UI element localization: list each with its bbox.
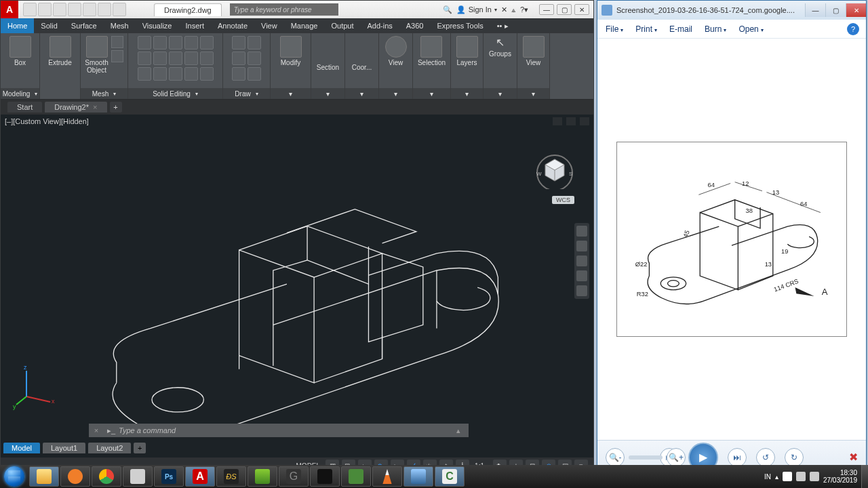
ribbon-tab-insert[interactable]: Insert (178, 18, 211, 33)
signin-button[interactable]: 👤 Sign In ▾ (456, 5, 497, 14)
qat-save-icon[interactable] (53, 3, 66, 16)
ribbon-tab-addins[interactable]: Add-ins (360, 18, 399, 33)
selection-footer[interactable]: ▾ (413, 88, 450, 99)
zoom-in-button[interactable]: 🔍+ (667, 448, 686, 467)
se-tool-icon[interactable] (200, 67, 214, 81)
tray-volume-icon[interactable] (810, 472, 819, 481)
ribbon-tab-visualize[interactable]: Visualize (136, 18, 179, 33)
se-tool-icon[interactable] (153, 67, 167, 81)
taskbar-photoshop[interactable]: Ps (154, 466, 184, 487)
qat-saveas-icon[interactable] (68, 3, 81, 16)
qat-new-icon[interactable] (23, 3, 37, 16)
viewer-menu-email[interactable]: E-mail (669, 24, 692, 34)
ribbon-tab-annotate[interactable]: Annotate (211, 18, 254, 33)
se-tool-icon[interactable] (169, 36, 182, 49)
draw-tool-icon[interactable] (232, 36, 245, 49)
maximize-button[interactable]: ▢ (557, 4, 572, 15)
next-image-button[interactable]: ⏭ (728, 448, 747, 467)
extrude-button[interactable]: Extrude (48, 36, 71, 66)
start-button[interactable] (0, 465, 28, 488)
ribbon-tab-manage[interactable]: Manage (284, 18, 325, 33)
minimize-button[interactable]: — (539, 4, 554, 15)
a360-icon[interactable]: ⟁ (511, 5, 516, 14)
rotate-cw-button[interactable]: ↻ (785, 448, 804, 467)
viewer-menu-open[interactable]: Open (738, 24, 763, 34)
ribbon-tab-a360[interactable]: A360 (399, 18, 431, 33)
viewer-close-button[interactable]: ✕ (846, 3, 866, 17)
panel-modify-footer[interactable]: ▾ (271, 88, 311, 99)
tray-lang[interactable]: IN (764, 473, 771, 481)
panel-modeling-label[interactable]: Modeling (1, 88, 39, 99)
viewer-maximize-button[interactable]: ▢ (825, 3, 846, 17)
draw-tool-icon[interactable] (232, 67, 245, 81)
viewport[interactable]: [–][Custom View][Hidden] (1, 115, 593, 458)
ribbon-tab-surface[interactable]: Surface (64, 18, 104, 33)
taskbar-explorer[interactable] (29, 466, 59, 487)
viewer-menu-burn[interactable]: Burn (705, 24, 726, 34)
taskbar-photoviewer[interactable] (403, 466, 433, 487)
cmd-close-icon[interactable]: × (89, 426, 104, 434)
tray-show-hidden-icon[interactable]: ▴ (775, 473, 778, 481)
se-tool-icon[interactable] (184, 52, 198, 65)
modify-gizmo-button[interactable]: Modify (280, 36, 302, 66)
wcs-label[interactable]: WCS (552, 196, 574, 204)
delete-button[interactable]: ✖ (849, 451, 858, 464)
draw-tool-icon[interactable] (232, 52, 245, 65)
taskbar-autocad[interactable]: A (185, 466, 215, 487)
ribbon-tab-home[interactable]: Home (1, 18, 34, 33)
rotate-ccw-button[interactable]: ↺ (756, 448, 775, 467)
layers-footer[interactable]: ▾ (451, 88, 483, 99)
nav-zoom-icon[interactable] (576, 256, 587, 266)
layout-tab-layout2[interactable]: Layout2 (88, 443, 131, 453)
file-tab-drawing[interactable]: Drawing2* × (45, 102, 106, 113)
groups-footer[interactable]: ▾ (484, 88, 517, 99)
se-tool-icon[interactable] (153, 36, 167, 49)
se-tool-icon[interactable] (153, 52, 167, 65)
panel-solidediting-label[interactable]: Solid Editing (128, 88, 222, 99)
view2-footer[interactable]: ▾ (517, 88, 549, 99)
nav-orbit-icon[interactable] (576, 270, 587, 281)
ribbon-tab-output[interactable]: Output (324, 18, 360, 33)
selection-button[interactable]: Selection (418, 36, 446, 66)
view-footer[interactable]: ▾ (379, 88, 412, 99)
layers-button[interactable]: Layers (456, 36, 478, 66)
taskbar-app1[interactable] (123, 466, 153, 487)
view-button[interactable]: View (385, 36, 407, 66)
viewer-menu-print[interactable]: Print (635, 24, 657, 34)
taskbar-app3[interactable]: G (279, 466, 309, 487)
taskbar-app4[interactable] (310, 466, 340, 487)
tab-close-icon[interactable]: × (93, 103, 97, 111)
se-tool-icon[interactable] (169, 52, 182, 65)
zoom-slider[interactable] (629, 455, 663, 460)
view2-button[interactable]: View (523, 36, 545, 66)
draw-tool-icon[interactable] (248, 52, 261, 65)
box-button[interactable]: Box (9, 36, 31, 66)
mesh-tool-icon[interactable] (111, 36, 123, 48)
file-tab-start[interactable]: Start (7, 102, 42, 113)
nav-showmotion-icon[interactable] (576, 285, 587, 296)
ribbon-tab-view[interactable]: View (254, 18, 284, 33)
se-tool-icon[interactable] (200, 52, 214, 65)
se-tool-icon[interactable] (184, 36, 198, 49)
ribbon-tab-solid[interactable]: Solid (34, 18, 64, 33)
show-desktop-button[interactable] (861, 465, 868, 488)
viewer-image-area[interactable]: 64 12 13 64 38 45 19 13 114 CRS Ø22 R32 … (597, 39, 866, 440)
help-search-input[interactable]: Type a keyword or phrase (230, 3, 338, 16)
se-tool-icon[interactable] (184, 67, 198, 81)
viewer-menu-file[interactable]: File (606, 24, 623, 34)
search-icon[interactable]: 🔍 (443, 5, 452, 14)
layout-tab-model[interactable]: Model (3, 443, 40, 453)
layout-tab-layout1[interactable]: Layout1 (43, 443, 85, 453)
se-tool-icon[interactable] (138, 36, 151, 49)
groups-button[interactable]: ↖Groups (489, 36, 511, 58)
cmd-history-icon[interactable]: ▴ (456, 426, 469, 435)
viewer-minimize-button[interactable]: — (805, 3, 825, 17)
panel-section-footer[interactable]: ▾ (311, 88, 344, 99)
draw-tool-icon[interactable] (248, 67, 261, 81)
taskbar-mediaplayer[interactable] (60, 466, 90, 487)
taskbar-chrome[interactable] (92, 466, 121, 487)
taskbar-recorder[interactable]: C (435, 466, 465, 487)
cmd-input[interactable]: Type a command (119, 426, 456, 434)
panel-coord-footer[interactable]: ▾ (345, 88, 378, 99)
exchange-icon[interactable]: ✕ (501, 5, 507, 14)
